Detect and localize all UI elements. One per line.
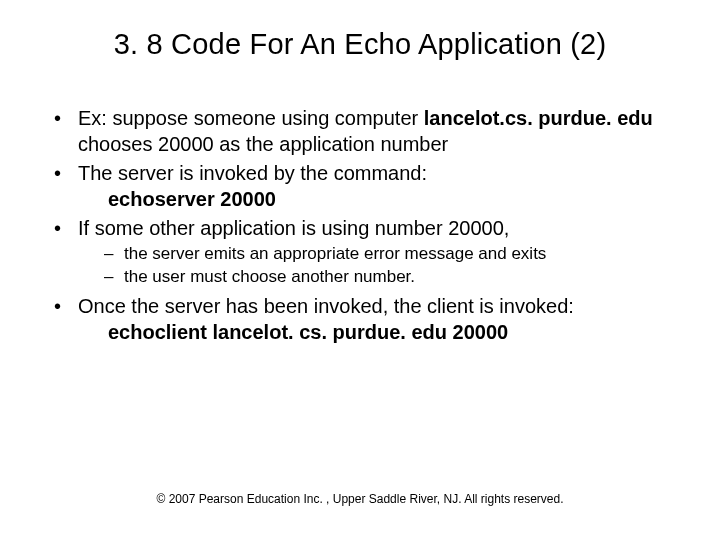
bullet-item: If some other application is using numbe…	[48, 215, 672, 289]
slide: 3. 8 Code For An Echo Application (2) Ex…	[0, 0, 720, 540]
sub-bullet-item: the user must choose another number.	[104, 266, 672, 289]
bullet-text: chooses 20000 as the application number	[78, 133, 448, 155]
bullet-text: The server is invoked by the command:	[78, 162, 427, 184]
sub-bullet-item: the server emits an appropriate error me…	[104, 243, 672, 266]
bullet-item: Once the server has been invoked, the cl…	[48, 293, 672, 346]
bullet-item: Ex: suppose someone using computer lance…	[48, 105, 672, 158]
bullet-text: Ex: suppose someone using computer	[78, 107, 424, 129]
bullet-text: If some other application is using numbe…	[78, 217, 509, 239]
slide-content: Ex: suppose someone using computer lance…	[48, 105, 672, 346]
bullet-item: The server is invoked by the command: ec…	[48, 160, 672, 213]
hostname-bold: lancelot.cs. purdue. edu	[424, 107, 653, 129]
command-text: echoserver 20000	[108, 188, 276, 210]
command-text: echoclient lancelot. cs. purdue. edu 200…	[108, 321, 508, 343]
sub-bullet-list: the server emits an appropriate error me…	[78, 243, 672, 289]
bullet-text: Once the server has been invoked, the cl…	[78, 295, 574, 317]
bullet-list: Ex: suppose someone using computer lance…	[48, 105, 672, 346]
sub-bullet-text: the server emits an appropriate error me…	[124, 244, 546, 263]
slide-title: 3. 8 Code For An Echo Application (2)	[48, 28, 672, 61]
copyright-footer: © 2007 Pearson Education Inc. , Upper Sa…	[0, 492, 720, 506]
sub-bullet-text: the user must choose another number.	[124, 267, 415, 286]
